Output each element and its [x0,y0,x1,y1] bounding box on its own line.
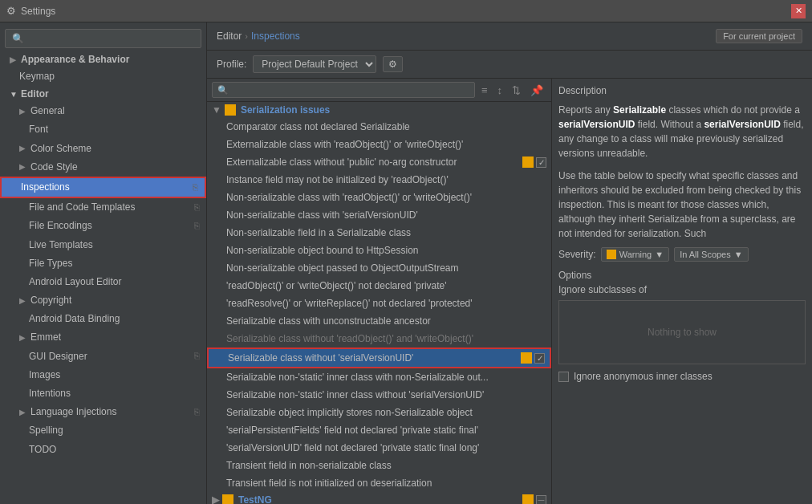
profile-select[interactable]: Project Default Project [253,55,376,73]
sidebar-search-input[interactable] [24,33,194,44]
desc-bold1: Serializable [613,104,666,116]
item-label: Non-serializable field in a Serializable… [226,226,411,240]
sidebar-item-general[interactable]: ▶ General [0,102,206,120]
inspection-group-testng[interactable]: ▶ TestNG ─ [207,492,551,504]
sidebar-item-label: Appearance & Behavior [21,54,129,65]
inspections-search-input[interactable] [229,84,469,96]
list-item[interactable]: Serializable non-'static' inner class wi… [207,368,551,386]
copy-icon: ⎘ [194,405,200,420]
sidebar-item-filetemplates[interactable]: File and Code Templates ⎘ [0,198,206,217]
sidebar-item-livetemplates[interactable]: Live Templates [0,236,206,254]
desc-text3: field. Without a [635,119,704,130]
list-item[interactable]: Serializable class with unconstructable … [207,312,551,330]
title-bar: ⚙ Settings ✕ [0,0,812,22]
sidebar-item-label: Live Templates [29,238,93,253]
arrow-icon: ▶ [19,161,30,173]
item-label: Transient field in non-serializable clas… [226,458,392,473]
list-item[interactable]: Non-serializable field in a Serializable… [207,224,551,242]
item-label: Non-serializable class with 'serialVersi… [226,208,418,222]
sidebar-item-androiddatabinding[interactable]: Android Data Binding [0,310,206,328]
list-item[interactable]: Comparator class not declared Serializab… [207,118,551,136]
sidebar-item-keymap[interactable]: Keymap [0,67,206,86]
desc-text1: Reports any [558,104,613,116]
sidebar-item-label: TODO [29,442,56,457]
inspection-group-serialization[interactable]: ▼ Serialization issues [207,102,551,118]
sidebar-item-guidesigner[interactable]: GUI Designer ⎘ [0,348,206,366]
options-section: Options Ignore subclasses of Nothing to … [558,270,806,364]
list-item[interactable]: Serializable object implicitly stores no… [207,404,551,421]
item-checkbox: ─ [522,494,546,504]
checkbox[interactable]: ✓ [536,157,546,168]
severity-color [522,156,534,168]
inspections-search-box[interactable]: 🔍 [212,82,475,98]
list-item[interactable]: Non-serializable class with 'serialVersi… [207,206,551,224]
item-label: Non-serializable object passed to Object… [226,261,458,275]
item-label: Serializable class with unconstructable … [226,314,431,328]
item-label: Serializable object implicitly stores no… [226,405,473,420]
list-item[interactable]: 'readResolve()' or 'writeReplace()' not … [207,295,551,312]
sidebar-item-copyright[interactable]: ▶ Copyright [0,291,206,310]
list-item-highlighted[interactable]: Serializable class without 'serialVersio… [207,348,551,368]
options-label: Options [558,270,806,281]
inspections-panel: 🔍 ≡ ↕ ⇅ 📌 ▼ Serialization issues [207,79,552,504]
list-item[interactable]: Non-serializable class with 'readObject(… [207,189,551,206]
scope-select[interactable]: In All Scopes ▼ [674,247,748,262]
group-label: TestNG [238,494,272,504]
filter-button[interactable]: ≡ [478,83,491,98]
severity-value: Warning [619,250,652,259]
inspections-toolbar: 🔍 ≡ ↕ ⇅ 📌 [207,79,551,102]
profile-bar: Profile: Project Default Project ⚙ [207,51,812,79]
sidebar-item-label: General [30,104,65,119]
sidebar-item-appearance[interactable]: ▶ Appearance & Behavior [0,51,206,67]
copy-icon: ⎘ [194,201,200,215]
list-item[interactable]: 'serialVersionUID' field not declared 'p… [207,439,551,457]
sidebar-item-languageinjections[interactable]: ▶ Language Injections ⎘ [0,403,206,421]
sidebar-item-filetypes[interactable]: File Types [0,254,206,273]
current-project-button[interactable]: For current project [716,29,802,43]
sidebar-item-label: Copyright [30,293,71,308]
breadcrumb-arrow: › [245,31,248,41]
list-item[interactable]: Non-serializable object bound to HttpSes… [207,242,551,259]
sidebar-item-colorscheme[interactable]: ▶ Color Scheme [0,140,206,158]
sidebar-search-box[interactable]: 🔍 [5,29,201,48]
item-label: 'readObject()' or 'writeObject()' not de… [226,278,447,293]
sidebar-item-emmet[interactable]: ▶ Emmet [0,328,206,347]
list-item[interactable]: Externalizable class with 'readObject()'… [207,136,551,153]
list-item[interactable]: Externalizable class without 'public' no… [207,153,551,171]
list-item[interactable]: Non-serializable object passed to Object… [207,259,551,277]
sidebar-item-spelling[interactable]: Spelling [0,421,206,440]
list-item[interactable]: Transient field is not initialized on de… [207,474,551,492]
gear-button[interactable]: ⚙ [383,56,403,72]
sidebar-item-fileencodings[interactable]: File Encodings ⎘ [0,217,206,235]
settings-icon: ⚙ [6,5,16,17]
minus-button[interactable]: ─ [536,495,546,505]
list-item[interactable]: Serializable class without 'readObject()… [207,330,551,348]
severity-label: Severity: [558,249,596,260]
sidebar-item-font[interactable]: Font [0,120,206,139]
sidebar-item-codestyle[interactable]: ▶ Code Style [0,158,206,177]
sidebar-item-androidlayout[interactable]: Android Layout Editor [0,273,206,291]
sidebar-item-inspections[interactable]: Inspections ⎘ [0,177,206,198]
pin-button[interactable]: 📌 [527,83,546,98]
close-button[interactable]: ✕ [791,4,806,18]
arrow-icon: ▶ [10,55,21,64]
list-item[interactable]: Instance field may not be initialized by… [207,171,551,189]
expand-button[interactable]: ⇅ [509,83,524,98]
list-item[interactable]: Serializable non-'static' inner class wi… [207,386,551,404]
description-text: Reports any Serializable classes which d… [558,103,806,161]
sidebar-item-editor[interactable]: ▼ Editor [0,86,206,102]
breadcrumb-inspections[interactable]: Inspections [251,30,300,42]
list-item[interactable]: 'serialPersistentFields' field not decla… [207,421,551,439]
sidebar-item-todo[interactable]: TODO [0,441,206,459]
warning-color [607,250,616,259]
sort-button[interactable]: ↕ [494,83,506,98]
ignore-anonymous-checkbox[interactable] [558,372,569,382]
severity-select[interactable]: Warning ▼ [601,247,669,262]
sidebar-item-images[interactable]: Images [0,366,206,384]
checkbox[interactable]: ✓ [534,353,545,364]
list-item[interactable]: Transient field in non-serializable clas… [207,457,551,474]
list-item[interactable]: 'readObject()' or 'writeObject()' not de… [207,277,551,295]
scope-value: In All Scopes [680,250,731,259]
description-text2: Use the table below to specify what spec… [558,169,806,241]
sidebar-item-intentions[interactable]: Intentions [0,384,206,403]
